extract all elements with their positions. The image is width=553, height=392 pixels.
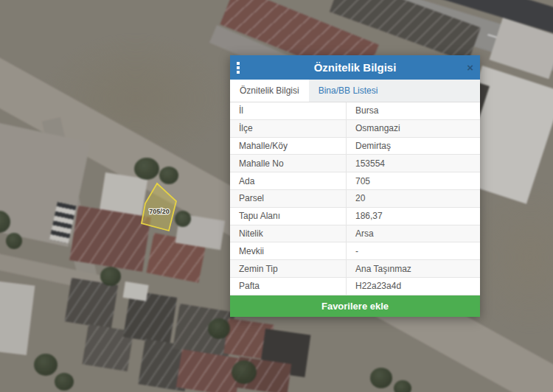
table-row: İl Bursa — [230, 102, 480, 120]
row-label: Zemin Tip — [230, 260, 347, 277]
row-label: Pafta — [230, 278, 347, 295]
table-row: İlçe Osmangazi — [230, 120, 480, 138]
table-row: Tapu Alanı 186,37 — [230, 208, 480, 225]
table-row: Mahalle No 153554 — [230, 155, 480, 172]
table-row: Ada 705 — [230, 172, 480, 190]
table-row: Pafta H22a23a4d — [230, 278, 480, 295]
popup-header: Öznitelik Bilgisi × — [230, 55, 480, 80]
table-row: Mahalle/Köy Demirtaş — [230, 138, 480, 155]
row-label: İlçe — [230, 120, 347, 137]
row-label: Mevkii — [230, 242, 347, 259]
row-label: İl — [230, 102, 347, 119]
attribute-info-popup: Öznitelik Bilgisi × Öznitelik Bilgisi Bi… — [230, 55, 480, 317]
row-value: 20 — [347, 193, 480, 203]
tab-bar: Öznitelik Bilgisi Bina/BB Listesi — [230, 80, 480, 102]
row-label: Ada — [230, 172, 347, 189]
tab-bina-bb-listesi[interactable]: Bina/BB Listesi — [309, 80, 388, 102]
row-label: Nitelik — [230, 225, 347, 242]
row-label: Mahalle No — [230, 155, 347, 172]
row-label: Tapu Alanı — [230, 208, 347, 225]
row-label: Mahalle/Köy — [230, 138, 347, 155]
selected-parcel-polygon[interactable] — [142, 183, 176, 231]
tab-oznitelik-bilgisi[interactable]: Öznitelik Bilgisi — [230, 80, 309, 102]
parcel-label: 705/20 — [149, 208, 170, 215]
popup-title: Öznitelik Bilgisi — [247, 61, 463, 74]
row-value: 153554 — [347, 158, 480, 169]
kebab-menu-icon[interactable] — [237, 62, 247, 74]
row-label: Parsel — [230, 190, 347, 207]
row-value: 705 — [347, 176, 480, 186]
app-window: 705/20 Öznitelik Bilgisi × Öznitelik Bil… — [0, 0, 553, 392]
table-row: Parsel 20 — [230, 190, 480, 208]
row-value: Ana Taşınmaz — [347, 264, 480, 274]
table-row: Zemin Tip Ana Taşınmaz — [230, 260, 480, 278]
close-icon[interactable]: × — [463, 62, 473, 73]
row-value: - — [347, 246, 480, 256]
add-to-favorites-button[interactable]: Favorilere ekle — [230, 295, 480, 317]
row-value: 186,37 — [347, 211, 480, 221]
table-row: Nitelik Arsa — [230, 225, 480, 243]
row-value: Arsa — [347, 228, 480, 239]
row-value: Demirtaş — [347, 141, 480, 151]
row-value: H22a23a4d — [347, 281, 480, 291]
table-row: Mevkii - — [230, 242, 480, 260]
row-value: Osmangazi — [347, 123, 480, 133]
row-value: Bursa — [347, 105, 480, 116]
attribute-table: İl Bursa İlçe Osmangazi Mahalle/Köy Demi… — [230, 102, 480, 295]
